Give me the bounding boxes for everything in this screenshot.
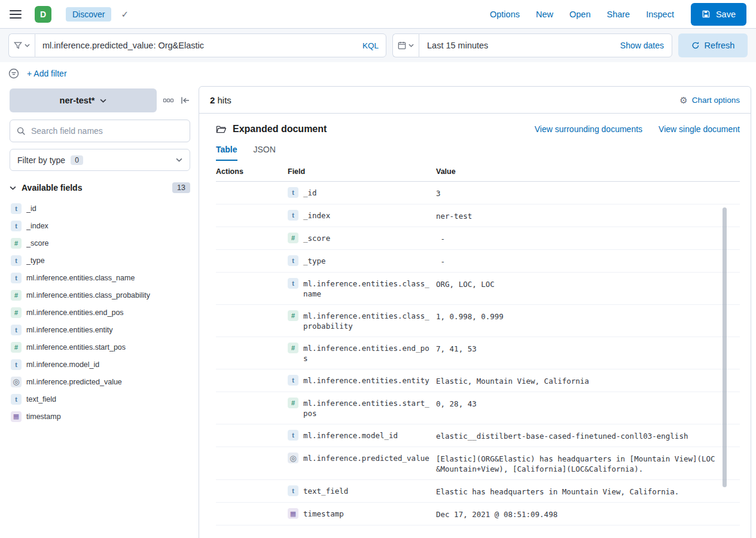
number-field-icon: #	[11, 290, 22, 301]
string-field-icon: t	[11, 394, 22, 405]
query-language-button[interactable]: KQL	[362, 41, 379, 50]
collapse-sidebar-icon[interactable]	[181, 96, 190, 105]
row-field-name: ml.inference.entities.entity	[303, 375, 429, 386]
tab-json[interactable]: JSON	[254, 145, 276, 161]
row-field-name: timestamp	[303, 508, 344, 519]
chevron-down-icon	[10, 186, 16, 190]
field-item[interactable]: t_index	[10, 218, 190, 234]
field-item[interactable]: #ml.inference.entities.class_probability	[10, 287, 190, 303]
field-name: ml.inference.model_id	[26, 360, 99, 369]
header-nav: OptionsNewOpenShareInspect	[490, 10, 674, 19]
field-item[interactable]: #ml.inference.entities.end_pos	[10, 304, 190, 320]
table-row: ◎ml.inference.predicted_value[Elastic](O…	[216, 447, 740, 480]
refresh-button[interactable]: Refresh	[678, 33, 748, 57]
field-item[interactable]: #_score	[10, 235, 190, 251]
row-value: 0, 28, 43	[436, 398, 740, 418]
field-item[interactable]: t_type	[10, 252, 190, 268]
string-field-icon: t	[288, 485, 298, 496]
string-field-icon: t	[11, 255, 22, 266]
date-quick-select-button[interactable]	[392, 33, 419, 57]
available-fields-header[interactable]: Available fields 13	[10, 182, 190, 193]
app-header: D Discover ✓ OptionsNewOpenShareInspect …	[0, 0, 756, 29]
chevron-down-icon	[100, 99, 106, 103]
filter-icon	[14, 41, 22, 50]
table-row: ▦timestampDec 17, 2021 @ 08:51:09.498	[216, 503, 740, 525]
field-name: _type	[26, 256, 45, 265]
calendar-icon	[398, 41, 406, 50]
string-field-icon: t	[11, 325, 22, 335]
field-item[interactable]: tml.inference.entities.entity	[10, 322, 190, 338]
number-field-icon: #	[11, 307, 22, 318]
date-field-icon: ▦	[11, 411, 22, 422]
view-single-document-link[interactable]: View single document	[659, 124, 740, 134]
data-view-picker[interactable]: ner-test*	[10, 88, 157, 112]
time-range-value[interactable]: Last 15 minutes	[427, 41, 620, 50]
number-field-icon: #	[288, 398, 298, 408]
row-field-name: _index	[303, 210, 330, 221]
nav-link-options[interactable]: Options	[490, 10, 520, 19]
view-surrounding-documents-link[interactable]: View surrounding documents	[535, 124, 642, 134]
field-filters-icon[interactable]	[163, 97, 174, 104]
field-name: ml.inference.predicted_value	[26, 378, 122, 386]
field-item[interactable]: ▦timestamp	[10, 408, 190, 424]
field-name: ml.inference.entities.start_pos	[26, 343, 126, 351]
row-value: ner-test	[436, 210, 740, 221]
save-button[interactable]: Save	[691, 3, 746, 26]
chevron-down-icon	[176, 158, 182, 162]
field-name: ml.inference.entities.class_probability	[26, 291, 150, 299]
row-actions	[216, 485, 288, 497]
space-avatar[interactable]: D	[35, 6, 51, 23]
chevron-down-icon	[409, 44, 414, 47]
table-row: t_id3	[216, 182, 740, 204]
show-dates-link[interactable]: Show dates	[620, 41, 664, 50]
tab-table[interactable]: Table	[216, 145, 237, 161]
row-actions	[216, 310, 288, 331]
row-value: 7, 41, 53	[436, 343, 740, 363]
add-filter-button[interactable]: + Add filter	[27, 69, 67, 78]
query-text[interactable]: ml.inference.predicted_value: Org&Elasti…	[42, 41, 358, 50]
row-actions	[216, 187, 288, 198]
time-range-field[interactable]: Last 15 minutes Show dates	[419, 33, 672, 57]
row-value: ORG, LOC, LOC	[436, 278, 740, 299]
doc-table-header: Actions Field Value	[216, 161, 740, 182]
chart-options-button[interactable]: ⚙ Chart options	[679, 96, 740, 105]
vertical-scrollbar[interactable]	[723, 207, 727, 487]
query-input[interactable]: ml.inference.predicted_value: Org&Elasti…	[35, 33, 386, 57]
field-item[interactable]: ttext_field	[10, 391, 190, 407]
expanded-document-title: Expanded document	[233, 124, 535, 134]
row-field-name: ml.inference.entities.class_probability	[303, 310, 432, 331]
filter-by-type[interactable]: Filter by type 0	[10, 149, 190, 171]
field-item[interactable]: tml.inference.entities.class_name	[10, 270, 190, 286]
row-value: [Elastic](ORG&Elastic) has headquarters …	[436, 453, 740, 474]
column-field: Field	[288, 167, 436, 176]
number-field-icon: #	[11, 238, 22, 249]
table-row: #ml.inference.entities.class_probability…	[216, 305, 740, 337]
field-name: timestamp	[26, 412, 61, 421]
filter-sets-icon[interactable]	[8, 68, 19, 79]
query-bar: ml.inference.predicted_value: Org&Elasti…	[0, 29, 756, 62]
field-item[interactable]: ◎ml.inference.predicted_value	[10, 374, 190, 390]
row-actions	[216, 210, 288, 221]
nav-link-share[interactable]: Share	[606, 10, 630, 19]
row-field: #ml.inference.entities.start_pos	[288, 398, 436, 418]
saved-query-menu-button[interactable]	[8, 33, 35, 57]
column-value: Value	[436, 167, 740, 176]
check-icon: ✓	[121, 9, 129, 20]
row-actions	[216, 430, 288, 441]
nav-link-inspect[interactable]: Inspect	[646, 10, 674, 19]
number-field-icon: #	[11, 342, 22, 353]
field-item[interactable]: #ml.inference.entities.start_pos	[10, 339, 190, 355]
fields-sidebar: ner-test* Filter by type 0 Available fie…	[0, 86, 199, 424]
refresh-icon	[691, 41, 700, 50]
string-field-icon: t	[288, 278, 298, 289]
row-field: tml.inference.model_id	[288, 430, 436, 441]
menu-icon[interactable]	[10, 10, 22, 19]
string-field-icon: t	[11, 359, 22, 370]
nav-link-new[interactable]: New	[536, 10, 553, 19]
field-search-input[interactable]	[31, 126, 183, 136]
breadcrumb[interactable]: Discover	[66, 7, 111, 22]
nav-link-open[interactable]: Open	[569, 10, 590, 19]
discover-main-panel: 2 hits ⚙ Chart options Expanded document…	[199, 86, 751, 538]
field-item[interactable]: tml.inference.model_id	[10, 356, 190, 372]
field-item[interactable]: t_id	[10, 200, 190, 216]
